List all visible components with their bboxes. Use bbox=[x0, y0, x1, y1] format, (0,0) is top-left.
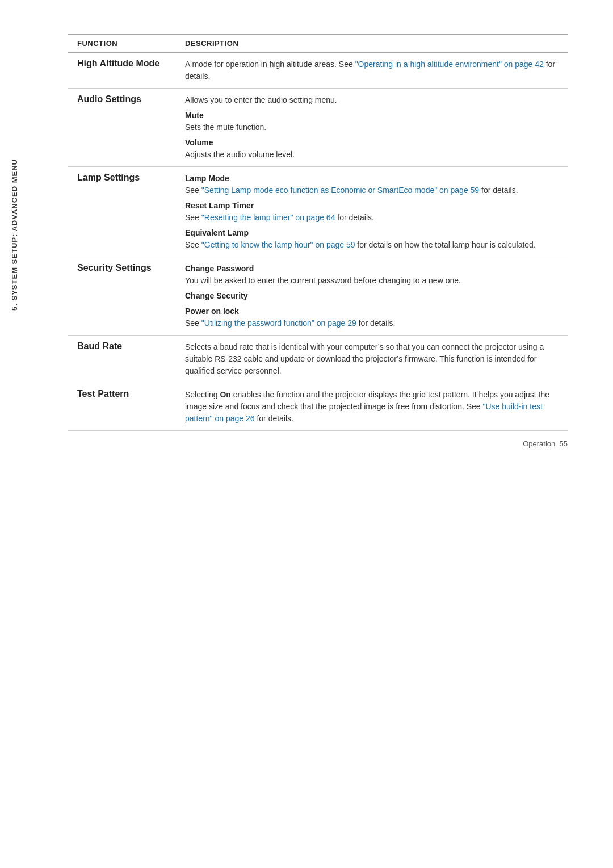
table-header-row: FUNCTION DESCRIPTION bbox=[68, 35, 568, 53]
page-wrapper: 5. SYSTEM SETUP: Advanced menu FUNCTION … bbox=[0, 0, 613, 476]
description-cell-security-settings: Change PasswordYou will be asked to ente… bbox=[176, 257, 568, 336]
footer-text: Operation bbox=[523, 439, 555, 448]
table-row-baud-rate: Baud RateSelects a baud rate that is ide… bbox=[68, 336, 568, 383]
table-row-test-pattern: Test PatternSelecting On enables the fun… bbox=[68, 383, 568, 431]
function-cell-high-altitude: High Altitude Mode bbox=[68, 53, 176, 89]
table-row-audio-settings: Audio SettingsAllows you to enter the au… bbox=[68, 89, 568, 167]
function-cell-audio-settings: Audio Settings bbox=[68, 89, 176, 167]
footer-page: 55 bbox=[560, 439, 568, 448]
description-cell-high-altitude: A mode for operation in high altitude ar… bbox=[176, 53, 568, 89]
table-row-lamp-settings: Lamp SettingsLamp ModeSee "Setting Lamp … bbox=[68, 167, 568, 257]
description-cell-lamp-settings: Lamp ModeSee "Setting Lamp mode eco func… bbox=[176, 167, 568, 257]
table-row-high-altitude: High Altitude ModeA mode for operation i… bbox=[68, 53, 568, 89]
description-cell-baud-rate: Selects a baud rate that is identical wi… bbox=[176, 336, 568, 383]
description-cell-audio-settings: Allows you to enter the audio setting me… bbox=[176, 89, 568, 167]
table-row-security-settings: Security SettingsChange PasswordYou will… bbox=[68, 257, 568, 336]
function-cell-security-settings: Security Settings bbox=[68, 257, 176, 336]
main-table: FUNCTION DESCRIPTION High Altitude ModeA… bbox=[68, 34, 568, 431]
page-footer: Operation 55 bbox=[523, 439, 568, 448]
function-cell-lamp-settings: Lamp Settings bbox=[68, 167, 176, 257]
col-header-function: FUNCTION bbox=[68, 35, 176, 53]
description-cell-test-pattern: Selecting On enables the function and th… bbox=[176, 383, 568, 431]
col-header-description: DESCRIPTION bbox=[176, 35, 568, 53]
sidebar-label: 5. SYSTEM SETUP: Advanced menu bbox=[10, 159, 19, 311]
function-cell-baud-rate: Baud Rate bbox=[68, 336, 176, 383]
function-cell-test-pattern: Test Pattern bbox=[68, 383, 176, 431]
